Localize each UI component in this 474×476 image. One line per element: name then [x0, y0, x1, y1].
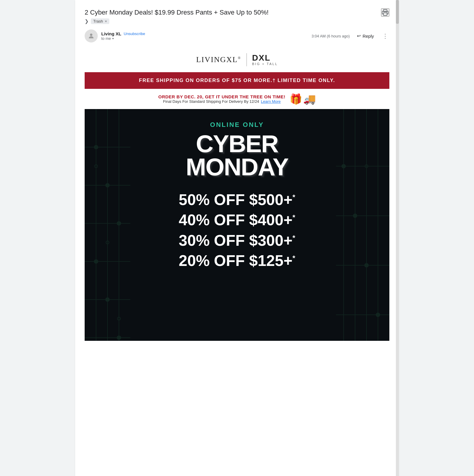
- avatar: [85, 29, 98, 42]
- to-me-label: to me: [101, 36, 111, 41]
- order-deadline-text: ORDER BY DEC. 20, GET IT UNDER THE TREE …: [158, 94, 285, 104]
- reply-arrow-icon: ↩: [357, 33, 361, 39]
- sender-name-row: Living XL Unsubscribe: [101, 31, 145, 36]
- free-shipping-banner: FREE SHIPPING ON ORDERS OF $75 OR MORE.†…: [85, 72, 389, 89]
- deal-item-4: 20% OFF $125+*: [179, 251, 295, 270]
- gift-truck-icon: 🎁 🚚: [290, 93, 316, 105]
- sender-name: Living XL: [101, 31, 121, 36]
- standard-shipping-line: Final Days For Standard Shipping For Del…: [163, 99, 281, 104]
- email-timestamp: 3:04 AM (6 hours ago): [312, 34, 350, 38]
- chevron-down-icon: ▾: [112, 37, 114, 40]
- cyber-title-line2: MONDAY: [186, 155, 288, 179]
- trash-label-text: Trash: [93, 19, 103, 23]
- livingxl-logo: LIVINGXL®: [196, 55, 241, 64]
- sender-info: Living XL Unsubscribe to me ▾: [85, 29, 145, 42]
- reply-label: Reply: [363, 34, 374, 39]
- brand-divider: [247, 53, 247, 66]
- livingxl-reg-mark: ®: [238, 56, 241, 60]
- more-options-button[interactable]: ⋮: [381, 31, 389, 41]
- email-meta-row: Living XL Unsubscribe to me ▾ 3:04 AM (6…: [85, 29, 389, 42]
- standard-shipping-text: Final Days For Standard Shipping For Del…: [163, 99, 259, 104]
- cyber-monday-title: CYBER MONDAY: [186, 132, 288, 179]
- truck-icon: 🚚: [303, 93, 316, 105]
- reply-button[interactable]: ↩ Reply: [355, 32, 376, 40]
- deals-list: 50% OFF $500+* 40% OFF $400+* 30% OFF $3…: [94, 190, 380, 270]
- cyber-title-line1: CYBER: [186, 132, 288, 155]
- order-by-line: ORDER BY DEC. 20, GET IT UNDER THE TREE …: [158, 94, 285, 99]
- subject-row: 2 Cyber Monday Deals! $19.99 Dress Pants…: [85, 8, 389, 17]
- svg-point-14: [94, 145, 98, 149]
- svg-point-3: [90, 34, 92, 36]
- scrollbar-thumb[interactable]: [396, 0, 399, 24]
- svg-point-33: [342, 164, 346, 168]
- email-actions: 3:04 AM (6 hours ago) ↩ Reply ⋮: [312, 31, 389, 41]
- deal-item-1: 50% OFF $500+*: [179, 190, 295, 209]
- scrollbar[interactable]: [396, 0, 399, 476]
- to-me-dropdown[interactable]: to me ▾: [101, 36, 145, 41]
- print-button[interactable]: [381, 8, 389, 17]
- label-arrow-icon: ❯: [85, 18, 89, 24]
- order-deadline-row: ORDER BY DEC. 20, GET IT UNDER THE TREE …: [85, 89, 389, 109]
- remove-label-button[interactable]: ×: [105, 19, 107, 23]
- unsubscribe-link[interactable]: Unsubscribe: [124, 31, 145, 36]
- email-subject: 2 Cyber Monday Deals! $19.99 Dress Pants…: [85, 9, 381, 16]
- sender-details: Living XL Unsubscribe to me ▾: [101, 31, 145, 41]
- dxl-main-text: DXL: [252, 54, 271, 62]
- cyber-monday-section: ONLINE ONLY CYBER MONDAY 50% OFF $500+* …: [85, 109, 389, 341]
- email-body: LIVINGXL® DXL BIG + TALL FREE SHIPPING O…: [85, 48, 389, 341]
- svg-point-19: [117, 336, 121, 340]
- email-labels-row: ❯ Trash ×: [85, 18, 389, 24]
- learn-more-link[interactable]: Learn More: [261, 99, 281, 104]
- svg-point-36: [376, 313, 380, 317]
- email-container: 2 Cyber Monday Deals! $19.99 Dress Pants…: [75, 0, 399, 476]
- svg-point-18: [106, 298, 110, 302]
- svg-point-15: [106, 183, 110, 187]
- dxl-logo: DXL BIG + TALL: [252, 54, 278, 66]
- deal-item-2: 40% OFF $400+*: [179, 211, 295, 229]
- svg-point-2: [387, 12, 387, 13]
- avatar-icon: [88, 32, 95, 40]
- svg-rect-1: [383, 13, 387, 15]
- online-only-text: ONLINE ONLY: [210, 121, 264, 129]
- dxl-sub-text: BIG + TALL: [252, 62, 278, 66]
- trash-label-badge[interactable]: Trash ×: [91, 18, 109, 24]
- print-icon: [382, 9, 389, 16]
- gift-icon: 🎁: [290, 93, 302, 105]
- deal-item-3: 30% OFF $300+*: [179, 231, 295, 250]
- brand-header: LIVINGXL® DXL BIG + TALL: [85, 48, 389, 72]
